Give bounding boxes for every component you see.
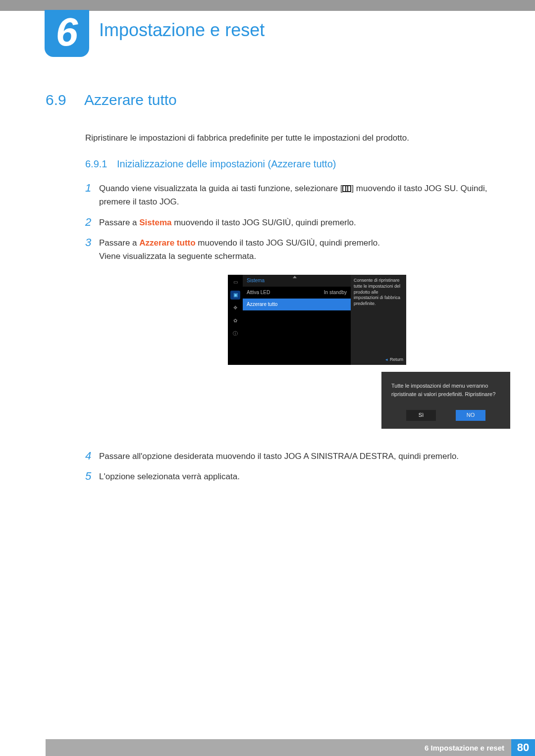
confirm-dialog: Tutte le impostazioni del menu verranno … <box>381 372 510 429</box>
osd-return: Return <box>385 357 403 363</box>
step-number-3: 3 <box>85 236 99 443</box>
chapter-title: Impostazione e reset <box>99 20 265 41</box>
step-4-text: Passare all'opzione desiderata muovendo … <box>99 450 493 463</box>
info-icon: ⓘ <box>230 329 240 338</box>
step-3b: muovendo il tasto JOG SU/GIÙ, quindi pre… <box>196 238 380 248</box>
dialog-yes-button: Sì <box>406 410 436 421</box>
step-1-text: Quando viene visualizzata la guida ai ta… <box>99 182 493 208</box>
gear-icon: ✿ <box>230 316 240 325</box>
osd-menu: ▭ ▣ ✥ ✿ ⓘ Sistema <box>228 275 406 365</box>
top-bar <box>0 0 535 11</box>
section-name: Azzerare tutto <box>84 92 177 108</box>
picture-icon: ▣ <box>230 291 240 300</box>
step-number-1: 1 <box>85 182 99 208</box>
step-number-2: 2 <box>85 216 99 229</box>
osd-list: Sistema Attiva LED In standby Azzerare t… <box>243 275 351 365</box>
osd-row-attiva-led: Attiva LED In standby <box>243 287 351 299</box>
step-3c: Viene visualizzata la seguente schermata… <box>99 252 256 261</box>
step-3-keyword: Azzerare tutto <box>139 238 195 248</box>
arrow-up-icon <box>293 276 297 278</box>
subsection-name: Inizializzazione delle impostazioni (Azz… <box>117 158 336 169</box>
footer-title: 6 Impostazione e reset <box>425 744 504 752</box>
step-2a: Passare a <box>99 218 139 227</box>
step-number-4: 4 <box>85 450 99 463</box>
osd-sidebar: ▭ ▣ ✥ ✿ ⓘ <box>228 275 243 365</box>
section-number: 6.9 <box>46 92 84 108</box>
osd-description-text: Consente di ripristinare tutte le impost… <box>354 278 400 306</box>
step-2-keyword: Sistema <box>139 218 171 227</box>
osd-row1-label: Attiva LED <box>247 289 270 297</box>
dialog-text: Tutte le impostazioni del menu verranno … <box>391 382 500 398</box>
page-number: 80 <box>511 739 535 756</box>
osd-row1-value: In standby <box>324 289 347 297</box>
section-intro: Ripristinare le impostazioni di fabbrica… <box>85 131 493 145</box>
step-5-text: L'opzione selezionata verrà applicata. <box>99 470 493 483</box>
step-3a: Passare a <box>99 238 139 248</box>
dialog-no-button: NO <box>456 410 485 421</box>
step-3-text: Passare a Azzerare tutto muovendo il tas… <box>99 236 510 443</box>
monitor-icon: ▭ <box>230 278 240 287</box>
step-1a: Quando viene visualizzata la guida ai ta… <box>99 184 342 193</box>
subsection-number: 6.9.1 <box>85 158 117 170</box>
step-2b: muovendo il tasto JOG SU/GIÙ, quindi pre… <box>171 218 356 227</box>
osd-header-text: Sistema <box>247 278 265 283</box>
move-icon: ✥ <box>230 303 240 312</box>
chapter-number-badge: 6 <box>45 10 89 57</box>
menu-icon <box>342 185 351 192</box>
section-title: 6.9Azzerare tutto <box>46 92 493 108</box>
subsection-title: 6.9.1Inizializzazione delle impostazioni… <box>85 158 493 170</box>
osd-row-azzerare-tutto: Azzerare tutto <box>243 299 351 310</box>
osd-description: Consente di ripristinare tutte le impost… <box>351 275 406 365</box>
osd-header: Sistema <box>243 275 351 287</box>
footer-bar: 6 Impostazione e reset 80 <box>46 739 535 756</box>
step-2-text: Passare a Sistema muovendo il tasto JOG … <box>99 216 493 229</box>
step-number-5: 5 <box>85 470 99 483</box>
